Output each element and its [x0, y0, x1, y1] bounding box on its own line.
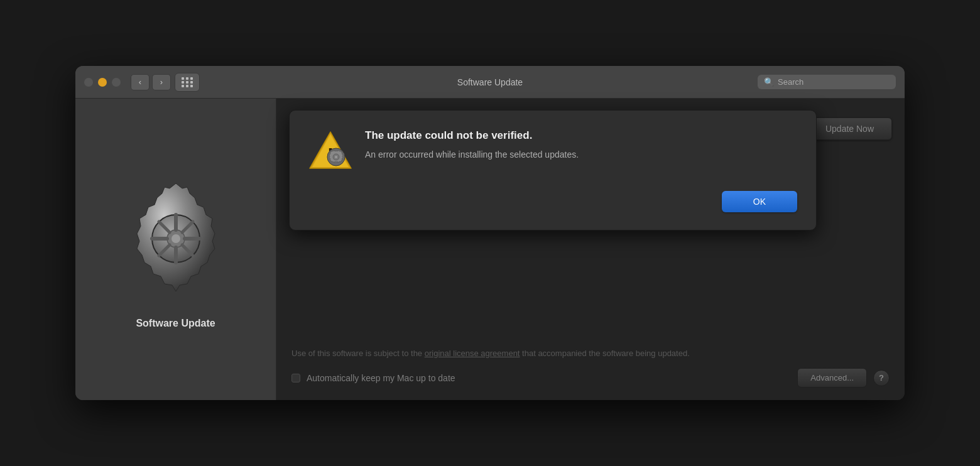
- right-panel: Update Now !: [276, 99, 905, 400]
- svg-point-2: [172, 234, 180, 243]
- forward-button[interactable]: ›: [152, 74, 171, 90]
- window-title: Software Update: [457, 77, 523, 87]
- main-content: Software Update Update Now: [75, 99, 905, 400]
- close-button[interactable]: [84, 78, 93, 87]
- grid-view-button[interactable]: [175, 73, 200, 92]
- grid-icon: [182, 77, 193, 87]
- modal-footer: OK: [308, 191, 797, 212]
- panel-label: Software Update: [136, 318, 215, 329]
- modal-overlay: ! The update coul: [276, 99, 905, 400]
- modal-dialog: ! The update coul: [289, 110, 817, 230]
- traffic-lights: [84, 78, 121, 87]
- titlebar: ‹ › Software Update 🔍: [75, 66, 905, 99]
- search-input[interactable]: [778, 77, 890, 87]
- svg-point-16: [335, 156, 337, 158]
- warning-icon-container: !: [308, 129, 352, 173]
- back-icon: ‹: [139, 77, 141, 87]
- gear-icon-container: [107, 170, 245, 308]
- left-panel: Software Update: [75, 99, 276, 400]
- modal-header: ! The update coul: [308, 129, 797, 173]
- search-icon: 🔍: [764, 77, 774, 87]
- software-update-icon: [107, 170, 245, 308]
- modal-body: An error occurred while installing the s…: [365, 148, 797, 161]
- search-box[interactable]: 🔍: [758, 75, 896, 89]
- modal-title: The update could not be verified.: [365, 129, 797, 142]
- minimize-button[interactable]: [98, 78, 107, 87]
- modal-text: The update could not be verified. An err…: [365, 129, 797, 161]
- warning-icon: !: [308, 129, 352, 173]
- maximize-button[interactable]: [112, 78, 121, 87]
- ok-button[interactable]: OK: [722, 191, 797, 212]
- system-preferences-window: ‹ › Software Update 🔍: [75, 66, 905, 400]
- back-button[interactable]: ‹: [131, 74, 150, 90]
- nav-buttons: ‹ ›: [131, 74, 171, 90]
- forward-icon: ›: [160, 77, 163, 87]
